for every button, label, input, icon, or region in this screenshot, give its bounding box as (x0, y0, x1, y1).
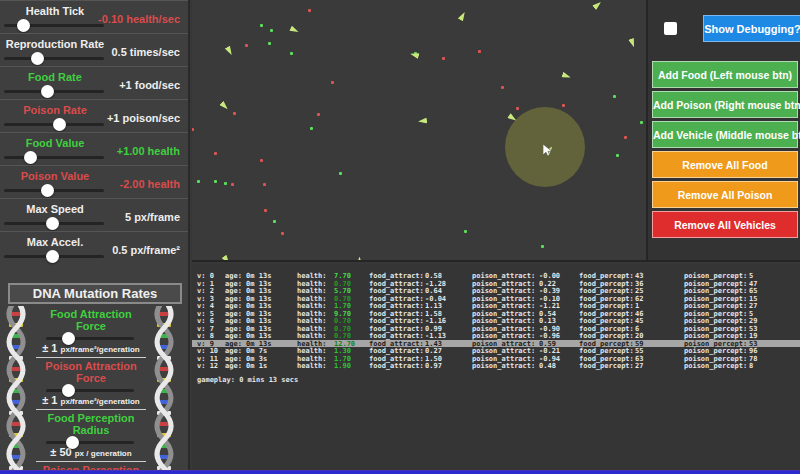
slider-thumb-food-rate[interactable] (41, 85, 54, 98)
slider-thumb-health-tick[interactable] (17, 19, 30, 32)
slider-track-max-accel[interactable] (4, 255, 104, 258)
dna-slider-track-food-perception-radius[interactable] (46, 441, 134, 444)
dna-slider-group-food-perception-radius: Food Perception Radius± 50 px / generati… (36, 410, 146, 462)
slider-label-reproduction-rate: Reproduction Rate (0, 38, 110, 50)
poison-dot (624, 136, 627, 139)
dna-mutation-amount-poison-attraction-force: ± 1 px/frame²/generation (36, 392, 146, 409)
remove-all-poison-button[interactable]: Remove All Poison (652, 181, 798, 208)
settings-sidebar: Health Tick-0.10 health/secReproduction … (0, 0, 190, 474)
food-dot (197, 180, 200, 183)
slider-track-food-rate[interactable] (4, 90, 104, 93)
vehicle-stats-row: v: 3age: 0m 13shealth:0.70food_attract:-… (192, 295, 800, 303)
slider-label-food-rate: Food Rate (0, 71, 110, 83)
vehicle-agent (357, 257, 363, 263)
slider-value-poison-value: -2.00 health (119, 166, 180, 199)
food-dot (541, 245, 544, 248)
slider-track-max-speed[interactable] (4, 222, 104, 225)
poison-dot (245, 44, 248, 47)
slider-label-health-tick: Health Tick (0, 5, 110, 17)
poison-dot (478, 50, 481, 53)
poison-dot (442, 57, 445, 60)
stat-fa_label: food_attract: (369, 362, 424, 370)
mouse-cursor-icon (543, 142, 555, 154)
food-dot (310, 127, 313, 130)
slider-track-food-value[interactable] (4, 156, 104, 159)
slider-thumb-food-value[interactable] (24, 151, 37, 164)
vehicle-stats-row: v: 8age: 0m 13shealth:0.70food_attract:-… (192, 332, 800, 340)
vehicle-agent (289, 25, 300, 34)
vehicle-agent (221, 255, 231, 262)
add-poison-button[interactable]: Add Poison (Right mouse btn) (652, 91, 798, 118)
add-vehicle-button[interactable]: Add Vehicle (Middle mouse btn) (652, 121, 798, 148)
food-dot (273, 220, 276, 223)
dna-slider-group-poison-attraction-force: Poison Attraction Force± 1 px/frame²/gen… (36, 358, 146, 410)
food-dot (260, 24, 263, 27)
slider-list: Health Tick-0.10 health/secReproduction … (0, 0, 188, 264)
remove-all-food-button[interactable]: Remove All Food (652, 151, 798, 178)
dna-slider-thumb-poison-attraction-force[interactable] (62, 384, 75, 397)
slider-track-health-tick[interactable] (4, 24, 104, 27)
food-dot (616, 154, 619, 157)
vehicle-agent (418, 118, 427, 125)
slider-group-max-accel: Max Accel.0.5 px/frame² (0, 231, 188, 264)
dna-mutation-amount-food-attraction-force: ± 1 px/frame²/generation (36, 340, 146, 357)
remove-all-vehicles-button[interactable]: Remove All Vehicles (652, 211, 798, 238)
slider-value-max-accel: 0.5 px/frame² (112, 232, 180, 265)
slider-value-max-speed: 5 px/frame (125, 199, 180, 232)
poison-dot (192, 128, 194, 131)
slider-track-reproduction-rate[interactable] (4, 57, 104, 60)
food-dot (464, 230, 467, 233)
stat-pa_label: poison_attract: (472, 362, 535, 370)
poison-dot (501, 86, 504, 89)
dna-slider-label-poison-attraction-force: Poison Attraction Force (36, 360, 146, 384)
slider-label-food-value: Food Value (0, 137, 110, 149)
slider-thumb-reproduction-rate[interactable] (31, 52, 44, 65)
dna-slider-thumb-food-attraction-force[interactable] (62, 332, 75, 345)
food-dot (339, 172, 342, 175)
stat-health_label: health: (297, 362, 327, 370)
stat-pa: 0.48 (539, 362, 556, 370)
dna-slider-label-food-attraction-force: Food Attraction Force (36, 308, 146, 332)
dna-mutation-area: Food Attraction Force± 1 px/frame²/gener… (0, 306, 190, 474)
slider-thumb-max-accel[interactable] (46, 250, 59, 263)
gameplay-timer: gameplay: 0 mins 13 secs (197, 376, 800, 384)
show-debugging-button[interactable]: Show Debugging? (703, 15, 800, 42)
add-food-button[interactable]: Add Food (Left mouse btn) (652, 61, 798, 88)
slider-thumb-poison-value[interactable] (41, 184, 54, 197)
vehicle-stats-row: v: 1age: 0m 13shealth:0.70food_attract:-… (192, 280, 800, 288)
vehicle-agent (561, 72, 572, 81)
slider-thumb-max-speed[interactable] (46, 217, 59, 230)
stat-fp_label: food_percept: (579, 362, 634, 370)
slider-value-health-tick: -0.10 health/sec (98, 1, 180, 34)
simulation-canvas[interactable] (192, 0, 646, 262)
debug-toggle-row: Show Debugging? (662, 15, 798, 42)
dna-slider-track-poison-attraction-force[interactable] (46, 389, 134, 392)
vehicle-stats-row: v: 12age: 0m 1shealth:1.90food_attract:0… (192, 362, 800, 370)
dna-slider-track-food-attraction-force[interactable] (46, 337, 134, 340)
slider-label-poison-rate: Poison Rate (0, 104, 110, 116)
poison-dot (233, 112, 236, 115)
dna-slider-list: Food Attraction Force± 1 px/frame²/gener… (36, 306, 146, 474)
dna-helix-icon (0, 306, 32, 474)
food-dot (640, 121, 643, 124)
stat-fp: 27 (635, 362, 643, 370)
food-dot (270, 29, 273, 32)
vehicle-agent (219, 101, 230, 112)
food-dot (290, 52, 293, 55)
vehicle-stats-row: v: 7age: 0m 13shealth:0.70food_attract:0… (192, 325, 800, 333)
stat-pp_label: poison_percept: (684, 362, 747, 370)
slider-value-reproduction-rate: 0.5 times/sec (112, 34, 181, 67)
slider-thumb-poison-rate[interactable] (53, 118, 66, 131)
debug-console: v: 0age: 0m 13shealth:7.70food_attract:0… (192, 264, 800, 474)
poison-dot (281, 232, 284, 235)
vehicle-stats-row: v: 2age: 0m 13shealth:5.70food_attract:0… (192, 287, 800, 295)
poison-dot (214, 152, 217, 155)
slider-track-poison-value[interactable] (4, 189, 104, 192)
slider-track-poison-rate[interactable] (4, 123, 104, 126)
vehicle-stats-row: v: 4age: 0m 13shealth:1.70food_attract:1… (192, 302, 800, 310)
slider-label-poison-value: Poison Value (0, 170, 110, 182)
show-debugging-checkbox[interactable] (664, 22, 677, 35)
slider-group-food-rate: Food Rate+1 food/sec (0, 66, 188, 99)
slider-group-poison-rate: Poison Rate+1 poison/sec (0, 99, 188, 132)
slider-value-food-rate: +1 food/sec (119, 67, 180, 100)
